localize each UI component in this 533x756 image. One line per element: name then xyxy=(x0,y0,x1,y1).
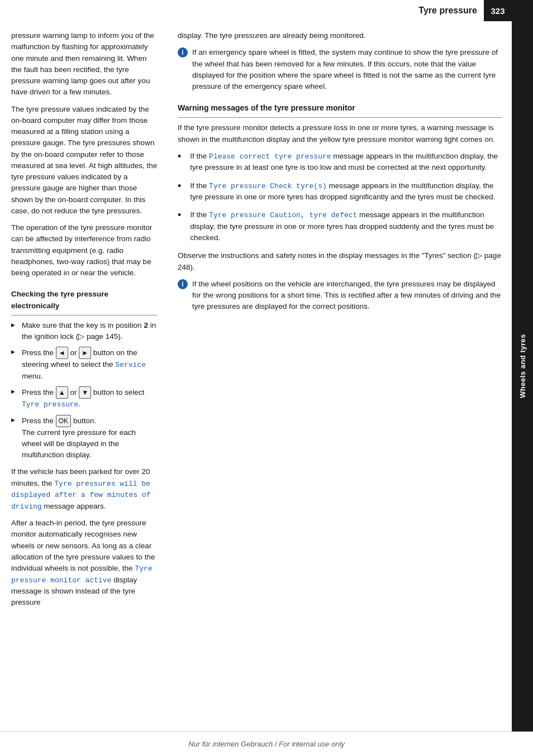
observe-note: Observe the instructions and safety note… xyxy=(178,250,502,273)
bullet-3: Press the ▲ or ▼ button to select Tyre p… xyxy=(11,386,158,410)
info-text-1: If an emergency spare wheel is fitted, t… xyxy=(192,47,502,92)
display-note: display. The tyre pressures are already … xyxy=(178,30,502,41)
warning-bullet-1-text: If the Please correct tyre pressure mess… xyxy=(190,151,502,174)
key-left: ◄ xyxy=(56,347,68,359)
after-ok-text: The current tyre pressure for each wheel… xyxy=(22,428,136,460)
section-divider-2 xyxy=(178,117,502,118)
info-block-2: i If the wheel positions on the vehicle … xyxy=(178,279,502,313)
warning-bullet-3: If the Tyre pressure Caution, tyre defec… xyxy=(178,209,502,243)
left-para-1: pressure warning lamp to inform you of t… xyxy=(11,30,158,98)
bullet-4: Press the OK button. The current tyre pr… xyxy=(11,415,158,461)
checking-heading: Checking the tyre pressure electronicall… xyxy=(11,289,158,312)
bullet-2-text: Press the ◄ or ► button on the steering … xyxy=(22,347,158,382)
check-tyres-mono: Tyre pressure Check tyre(s) xyxy=(209,182,327,190)
warning-bullet-2-text: If the Tyre pressure Check tyre(s) messa… xyxy=(190,180,502,203)
parked-mono: Tyre pressures will be displayed after a… xyxy=(11,480,151,511)
info-icon-1: i xyxy=(178,47,188,58)
key-ok: OK xyxy=(56,415,71,427)
caution-defect-mono: Tyre pressure Caution, tyre defect xyxy=(209,211,357,219)
parked-note: If the vehicle has been parked for over … xyxy=(11,466,158,512)
key-up: ▲ xyxy=(56,386,68,399)
page-number: 323 xyxy=(484,0,512,21)
service-menu: Service xyxy=(115,361,146,369)
left-para-3: The operation of the tyre pressure monit… xyxy=(11,222,158,279)
bullet-2: Press the ◄ or ► button on the steering … xyxy=(11,347,158,382)
tyre-pressure-menu: Tyre pressure xyxy=(22,400,78,409)
bullet-4-text: Press the OK button. The current tyre pr… xyxy=(22,415,158,461)
teach-in-note: After a teach-in period, the tyre pressu… xyxy=(11,518,158,609)
key-right: ► xyxy=(79,347,91,359)
page-title: Tyre pressure xyxy=(418,6,477,16)
warning-bullet-1: If the Please correct tyre pressure mess… xyxy=(178,151,502,174)
section-divider-1 xyxy=(11,315,158,315)
bullet-3-text: Press the ▲ or ▼ button to select Tyre p… xyxy=(22,386,158,410)
info-icon-2: i xyxy=(178,279,188,289)
warning-bullets: If the Please correct tyre pressure mess… xyxy=(178,151,502,244)
info-text-2: If the wheel positions on the vehicle ar… xyxy=(192,279,502,313)
header: Tyre pressure 323 xyxy=(0,0,512,21)
key-down: ▼ xyxy=(79,386,91,399)
footer: Nur für internen Gebrauch / For internal… xyxy=(0,731,533,756)
page-wrapper: Tyre pressure 323 Wheels and tyres press… xyxy=(0,0,533,756)
bullet-1: Make sure that the key is in position 2 … xyxy=(11,320,158,343)
warning-heading: Warning messages of the tyre pressure mo… xyxy=(178,102,502,114)
please-correct-mono: Please correct tyre pressure xyxy=(209,152,331,161)
footer-text: Nur für internen Gebrauch / For internal… xyxy=(188,740,345,748)
warning-bullet-3-text: If the Tyre pressure Caution, tyre defec… xyxy=(190,209,502,243)
right-column: display. The tyre pressures are already … xyxy=(168,21,512,731)
content-area: pressure warning lamp to inform you of t… xyxy=(0,21,512,731)
checking-bullets: Make sure that the key is in position 2 … xyxy=(11,320,158,461)
monitor-active-mono: Tyre pressure monitor active xyxy=(11,564,153,585)
left-para-2: The tyre pressure values indicated by th… xyxy=(11,104,158,217)
side-tab: Wheels and tyres xyxy=(512,0,533,731)
side-tab-label: Wheels and tyres xyxy=(518,334,527,398)
header-title-box: Tyre pressure 323 xyxy=(418,0,512,21)
left-column: pressure warning lamp to inform you of t… xyxy=(0,21,168,731)
warning-intro: If the tyre pressure monitor detects a p… xyxy=(178,122,502,145)
info-block-1: i If an emergency spare wheel is fitted,… xyxy=(178,47,502,92)
warning-bullet-2: If the Tyre pressure Check tyre(s) messa… xyxy=(178,180,502,203)
bullet-1-text: Make sure that the key is in position 2 … xyxy=(22,320,158,343)
